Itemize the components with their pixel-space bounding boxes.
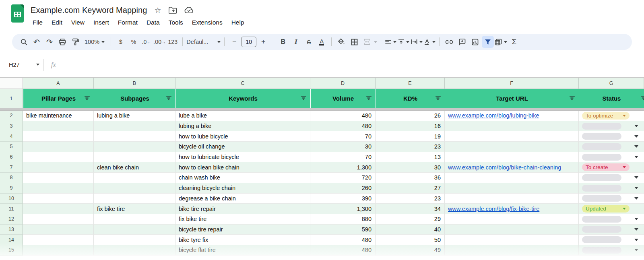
cell-kd[interactable]: 13 — [376, 152, 445, 163]
status-badge[interactable]: To optimize — [582, 112, 630, 120]
cell-keyword[interactable]: how to clean bike chain — [175, 162, 310, 173]
cell-status[interactable] — [579, 194, 644, 204]
format-currency-button[interactable]: $ — [115, 36, 127, 48]
cell-volume[interactable]: 480 — [310, 235, 376, 245]
cell-target-url[interactable] — [445, 214, 579, 225]
row-number[interactable]: 5 — [0, 142, 23, 152]
cell-keyword[interactable]: bike tire repair — [175, 204, 310, 214]
status-badge[interactable]: To create — [582, 163, 630, 171]
chevron-down-icon[interactable] — [634, 176, 638, 179]
cell-target-url[interactable] — [445, 245, 579, 256]
chevron-down-icon[interactable] — [634, 187, 638, 189]
filter-icon[interactable] — [84, 96, 90, 101]
cell-kd[interactable]: 40 — [376, 225, 445, 235]
cell-pillar-pages[interactable] — [23, 204, 94, 214]
cell-target-url[interactable] — [445, 225, 579, 235]
cell-subpages[interactable] — [94, 173, 175, 183]
filter-icon[interactable] — [366, 96, 372, 101]
menu-edit[interactable]: Edit — [47, 18, 67, 27]
cell-kd[interactable]: 19 — [376, 131, 445, 142]
status-dropdown-empty[interactable] — [582, 236, 621, 243]
filter-icon[interactable] — [301, 96, 306, 101]
cell-status[interactable] — [579, 121, 644, 132]
cell-subpages[interactable] — [94, 183, 175, 194]
column-header-c[interactable]: C — [175, 78, 310, 89]
bold-button[interactable]: B — [277, 36, 289, 48]
cell-subpages[interactable] — [94, 152, 175, 163]
cell-status[interactable] — [579, 142, 644, 152]
functions-button[interactable]: Σ — [508, 36, 520, 48]
undo-icon[interactable]: ↶ — [31, 36, 43, 48]
chevron-down-icon[interactable] — [634, 145, 638, 148]
redo-icon[interactable]: ↷ — [43, 36, 56, 48]
text-color-button[interactable]: A — [319, 38, 324, 46]
cell-keyword[interactable]: bicycle flat tire — [175, 245, 310, 256]
sheets-logo-icon[interactable] — [11, 4, 24, 23]
cell-volume[interactable]: 30 — [310, 142, 376, 152]
menu-format[interactable]: Format — [114, 18, 142, 27]
row-number[interactable]: 7 — [0, 162, 23, 173]
cell-subpages[interactable] — [94, 235, 175, 245]
cell-target-url[interactable] — [445, 131, 579, 142]
font-select[interactable]: Defaul... — [186, 36, 221, 48]
cell-target-url[interactable] — [445, 183, 579, 194]
print-icon[interactable] — [56, 36, 68, 48]
menu-data[interactable]: Data — [142, 18, 164, 27]
cell-keyword[interactable]: fix bike tire — [175, 214, 310, 225]
cell-kd[interactable]: 49 — [376, 245, 445, 256]
borders-button[interactable] — [348, 36, 360, 48]
cell-subpages[interactable] — [94, 131, 175, 142]
status-dropdown-empty[interactable] — [582, 174, 621, 181]
cell-subpages[interactable] — [94, 214, 175, 225]
target-url-link[interactable]: www.example.com/blog/lubing-bike — [448, 112, 539, 119]
cell-volume[interactable]: 480 — [310, 245, 376, 256]
status-dropdown-empty[interactable] — [582, 154, 621, 161]
more-formats-button[interactable]: 123 — [167, 36, 179, 48]
status-dropdown-empty[interactable] — [582, 226, 621, 233]
cell-volume[interactable]: 1,300 — [310, 162, 376, 173]
status-badge[interactable]: Updated — [582, 205, 630, 213]
row-number[interactable]: 14 — [0, 235, 23, 245]
cell-target-url[interactable]: www.example.com/blog/lubing-bike — [445, 111, 579, 121]
cell-pillar-pages[interactable] — [23, 235, 94, 245]
cell-status[interactable] — [579, 152, 644, 163]
cell-kd[interactable]: 34 — [376, 204, 445, 214]
format-percent-button[interactable]: % — [128, 36, 140, 48]
cell-pillar-pages[interactable]: bike maintenance — [23, 111, 94, 121]
cell-subpages[interactable] — [94, 194, 175, 204]
cell-target-url[interactable]: www.example.com/blog/bike-chain-cleaning — [445, 162, 579, 173]
cell-keyword[interactable]: bike tyre fix — [175, 235, 310, 245]
decrease-decimals-button[interactable]: .0← — [140, 36, 153, 48]
menu-view[interactable]: View — [67, 18, 89, 27]
cell-status[interactable] — [579, 235, 644, 245]
strikethrough-button[interactable]: S — [303, 36, 315, 48]
cell-keyword[interactable]: cleaning bicycle chain — [175, 183, 310, 194]
header-keywords[interactable]: Keywords — [175, 89, 310, 108]
cell-keyword[interactable]: chain wash bike — [175, 173, 310, 183]
menu-help[interactable]: Help — [227, 18, 249, 27]
row-number[interactable]: 10 — [0, 194, 23, 204]
filter-icon[interactable] — [435, 96, 441, 101]
row-number[interactable]: 8 — [0, 173, 23, 183]
merge-cells-dropdown[interactable] — [374, 41, 377, 43]
text-wrap-button[interactable] — [411, 36, 423, 48]
cell-volume[interactable]: 1,300 — [310, 204, 376, 214]
cell-keyword[interactable]: lubing a bike — [175, 121, 310, 132]
menu-extensions[interactable]: Extensions — [188, 18, 227, 27]
status-dropdown-empty[interactable] — [582, 123, 621, 130]
menu-file[interactable]: File — [28, 18, 47, 27]
cell-subpages[interactable] — [94, 225, 175, 235]
cell-volume[interactable]: 590 — [310, 225, 376, 235]
cell-pillar-pages[interactable] — [23, 214, 94, 225]
cell-keyword[interactable]: how to lube bicycle — [175, 131, 310, 142]
insert-link-icon[interactable] — [443, 36, 455, 48]
filter-icon[interactable] — [641, 96, 644, 101]
text-rotation-button[interactable] — [423, 36, 436, 48]
formula-input[interactable] — [56, 54, 644, 75]
chevron-down-icon[interactable] — [634, 228, 638, 231]
cell-target-url[interactable] — [445, 142, 579, 152]
fill-color-button[interactable] — [335, 36, 347, 48]
target-url-link[interactable]: www.example.com/blog/bike-chain-cleaning — [448, 164, 561, 171]
cell-volume[interactable]: 260 — [310, 183, 376, 194]
cell-pillar-pages[interactable] — [23, 194, 94, 204]
